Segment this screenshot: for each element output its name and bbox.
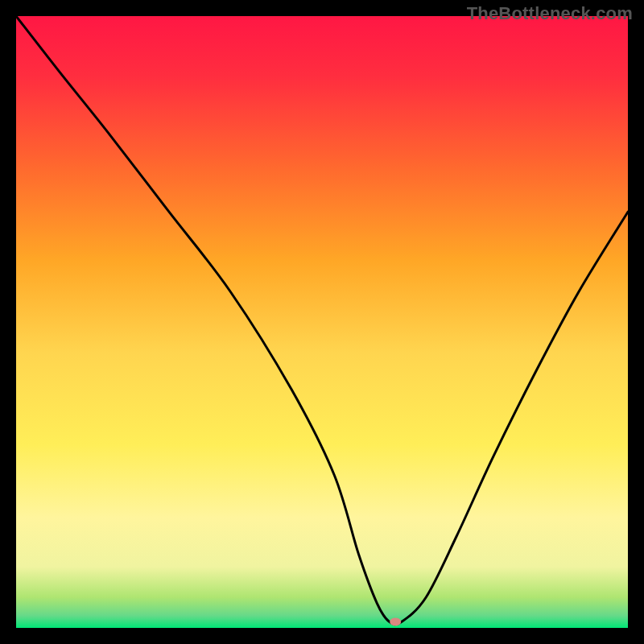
- optimal-point-marker: [390, 617, 401, 625]
- chart-background: [16, 16, 628, 628]
- chart-plot-area: [16, 16, 628, 628]
- chart-svg: [16, 16, 628, 628]
- watermark-text: TheBottleneck.com: [467, 3, 633, 24]
